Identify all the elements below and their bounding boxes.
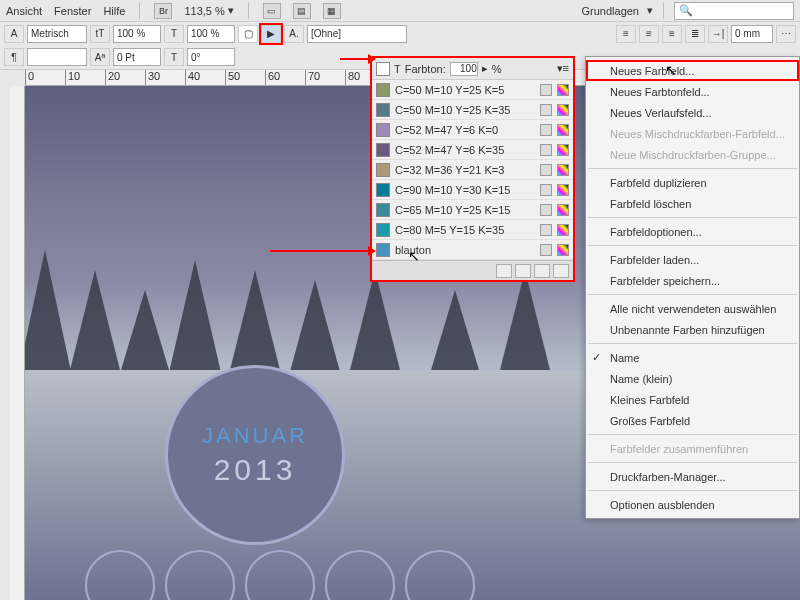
fill-arrow-icon[interactable]: ▶ [261,25,281,43]
swatch-color [376,103,390,117]
zoom-control[interactable]: 113,5 %▾ [184,4,233,17]
menu-item[interactable]: Neues Farbtonfeld... [586,81,799,102]
fill-swatch-icon[interactable] [376,62,390,76]
skew-val[interactable]: 0° [187,48,235,66]
t-icon[interactable]: T [164,25,184,43]
menu-ansicht[interactable]: Ansicht [6,5,42,17]
color-mode-icon [557,224,569,236]
menu-item[interactable]: Farbfelder speichern... [586,270,799,291]
char-panel-icon[interactable]: A [4,25,24,43]
charstyle-select[interactable]: [Ohne] [307,25,407,43]
menu-item[interactable]: Farbfeld duplizieren [586,172,799,193]
swatch-name: C=65 M=10 Y=25 K=15 [395,204,535,216]
swatch-color [376,83,390,97]
swatches-footer [372,260,573,280]
swatch-row[interactable]: C=50 M=10 Y=25 K=35 [372,100,573,120]
indent-icon[interactable]: →| [708,25,728,43]
new-swatch-icon[interactable] [515,264,531,278]
justify-icon[interactable]: ≣ [685,25,705,43]
flyout-icon[interactable]: ▾≡ [557,62,569,75]
tt-icon[interactable]: tT [90,25,110,43]
swatch-row[interactable]: C=80 M=5 Y=15 K=35 [372,220,573,240]
menu-hilfe[interactable]: Hilfe [103,5,125,17]
dropdown-icon[interactable]: ▾ [647,4,653,17]
menu-item[interactable]: Optionen ausblenden [586,494,799,515]
menu-separator [588,490,797,491]
menu-separator [588,462,797,463]
align-right-icon[interactable]: ≡ [662,25,682,43]
menu-item[interactable]: Unbenannte Farben hinzufügen [586,319,799,340]
baseline-icon[interactable]: Aª [90,48,110,66]
swatch-name: C=32 M=36 Y=21 K=3 [395,164,535,176]
color-type-icon [540,164,552,176]
pct-label: % [492,63,502,75]
skew-icon[interactable]: T [164,48,184,66]
menu-item[interactable]: Farbfeld löschen [586,193,799,214]
swatch-list[interactable]: C=50 M=10 Y=25 K=5C=50 M=10 Y=25 K=35C=5… [372,80,573,260]
zoom-value: 113,5 % [184,5,224,17]
baseline-val[interactable]: 0 Pt [113,48,161,66]
menu-item[interactable]: Neues Verlaufsfeld... [586,102,799,123]
ruler-vertical [10,86,25,600]
menu-item[interactable]: Alle nicht verwendeten auswählen [586,298,799,319]
menu-item[interactable]: Farbfeldoptionen... [586,221,799,242]
menu-item[interactable]: Neues Farbfeld... [586,60,799,81]
swatch-color [376,143,390,157]
swatch-color [376,243,390,257]
vscale[interactable]: 100 % [187,25,235,43]
swatch-name: C=50 M=10 Y=25 K=35 [395,104,535,116]
screen-mode-icon[interactable]: ▭ [263,3,281,19]
swatch-color [376,203,390,217]
color-mode-icon [557,84,569,96]
color-type-icon [540,144,552,156]
swatch-row[interactable]: C=65 M=10 Y=25 K=15 [372,200,573,220]
swatch-row[interactable]: C=32 M=36 Y=21 K=3 [372,160,573,180]
new-swatch-icon[interactable] [534,264,550,278]
align-left-icon[interactable]: ≡ [616,25,636,43]
menu-separator [588,168,797,169]
color-mode-icon [557,244,569,256]
unit-select[interactable]: Metrisch [27,25,87,43]
swatch-row[interactable]: C=90 M=10 Y=30 K=15 [372,180,573,200]
swatch-row[interactable]: C=52 M=47 Y=6 K=0 [372,120,573,140]
bridge-icon[interactable]: Br [154,3,172,19]
search-input[interactable]: 🔍 [674,2,794,20]
swatch-color [376,163,390,177]
menu-item[interactable]: Name (klein) [586,368,799,389]
swatch-row[interactable]: C=50 M=10 Y=25 K=5 [372,80,573,100]
fill-icon[interactable]: ▢ [238,25,258,43]
menu-item[interactable]: Farbfelder laden... [586,249,799,270]
menu-item[interactable]: Druckfarben-Manager... [586,466,799,487]
t-icon[interactable]: T [394,63,401,75]
trash-icon[interactable] [553,264,569,278]
more-icon[interactable]: ⋯ [776,25,796,43]
menu-item[interactable]: Name [586,347,799,368]
year-label: 2013 [214,453,297,487]
menu-item[interactable]: Kleines Farbfeld [586,389,799,410]
tint-input[interactable] [450,62,478,76]
arrange-icon[interactable]: ▤ [293,3,311,19]
color-mode-icon [557,164,569,176]
dropdown-icon[interactable]: ▾ [228,4,234,17]
separator [139,3,140,19]
swatch-name: C=90 M=10 Y=30 K=15 [395,184,535,196]
view-icon[interactable]: ▦ [323,3,341,19]
color-mode-icon [557,124,569,136]
lang-select[interactable] [27,48,87,66]
swatch-name: C=52 M=47 Y=6 K=0 [395,124,535,136]
align-center-icon[interactable]: ≡ [639,25,659,43]
menu-item[interactable]: Großes Farbfeld [586,410,799,431]
hscale[interactable]: 100 % [113,25,161,43]
swatch-row[interactable]: C=52 M=47 Y=6 K=35 [372,140,573,160]
workspace-label[interactable]: Grundlagen [582,5,640,17]
color-mode-icon [557,204,569,216]
para-icon[interactable]: ¶ [4,48,24,66]
swatches-panel: T Farbton: ▸ % ▾≡ C=50 M=10 Y=25 K=5C=50… [370,56,575,282]
indent-value[interactable]: 0 mm [731,25,773,43]
tint-arrow-icon[interactable]: ▸ [482,62,488,75]
char-a-icon[interactable]: A. [284,25,304,43]
swatch-row[interactable]: blauton [372,240,573,260]
menu-fenster[interactable]: Fenster [54,5,91,17]
tint-label: Farbton: [405,63,446,75]
show-icon[interactable] [496,264,512,278]
